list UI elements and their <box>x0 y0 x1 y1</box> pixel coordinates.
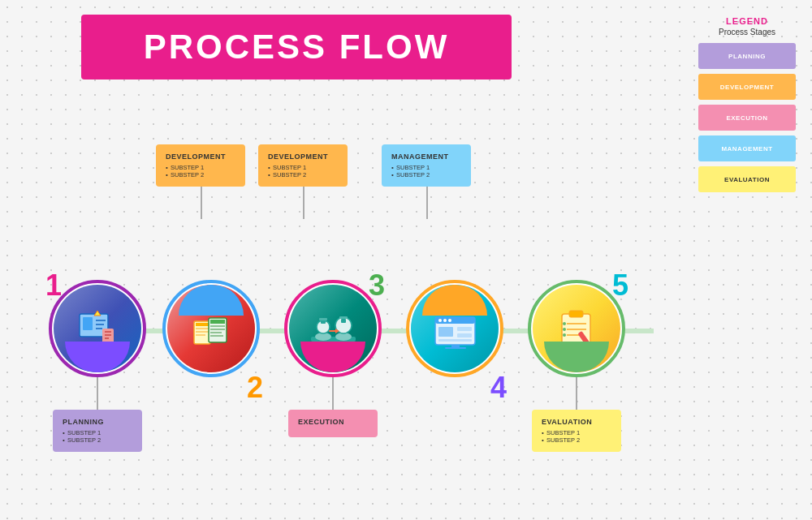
svg-rect-36 <box>438 327 453 337</box>
stage-3-box: EXECUTION <box>288 410 378 437</box>
svg-rect-43 <box>569 311 583 317</box>
stage-1: 1 <box>49 280 146 452</box>
stage-1-substep-1: SUBSTEP 1 <box>67 429 132 436</box>
legend-evaluation: EVALUATION <box>698 166 796 192</box>
stage-4-number: 4 <box>490 371 507 405</box>
stage-2-number: 2 <box>247 371 263 405</box>
stage-5-circle: 5 <box>528 280 625 377</box>
stage-2-circle: 2 <box>162 280 260 377</box>
svg-rect-37 <box>457 327 472 331</box>
svg-point-35 <box>448 319 451 322</box>
stage-3: 3 <box>284 280 382 437</box>
legend-title: LEGEND <box>698 16 796 26</box>
stage-3-substep-2: SUBSTEP 2 <box>273 171 338 178</box>
stage-2-connector <box>201 187 202 219</box>
svg-point-48 <box>563 328 566 331</box>
stage-1-substep-2: SUBSTEP 2 <box>67 436 132 444</box>
legend-development: DEVELOPMENT <box>698 74 796 100</box>
stage-4-substep-1: SUBSTEP 1 <box>396 164 461 171</box>
stage-3-icon <box>289 285 377 372</box>
svg-rect-41 <box>445 347 466 349</box>
svg-marker-5 <box>94 311 101 316</box>
legend-execution: EXECUTION <box>698 105 796 131</box>
stage-3-number: 3 <box>369 269 385 303</box>
stage-5-substep-2: SUBSTEP 2 <box>546 436 611 444</box>
stage-2-substep-2: SUBSTEP 2 <box>171 171 235 178</box>
svg-rect-24 <box>321 320 326 324</box>
stage-1-connector <box>97 377 98 410</box>
svg-point-49 <box>563 333 566 337</box>
stage-3-box-title: EXECUTION <box>298 418 368 426</box>
svg-point-33 <box>438 319 442 322</box>
main-container: PROCESS FLOW 1 <box>0 0 812 520</box>
svg-rect-39 <box>438 339 472 342</box>
stage-2-box: DEVELOPMENT SUBSTEP 1 SUBSTEP 2 <box>156 144 245 187</box>
stage-2-icon <box>167 285 255 372</box>
stage-1-circle: 1 <box>49 280 146 377</box>
stage-3-circle: 3 <box>284 280 382 377</box>
stage-1-number: 1 <box>45 269 62 303</box>
stage-4-box-title: MANAGEMENT <box>391 153 461 161</box>
title-text: PROCESS FLOW <box>144 28 450 67</box>
stage-4: 4 <box>406 280 503 377</box>
stage-5-connector <box>576 377 577 410</box>
stage-4-circle: 4 <box>406 280 503 377</box>
stage-5: 5 <box>528 280 625 452</box>
stage-2-box-title: DEVELOPMENT <box>166 153 235 161</box>
stage-2-box-wrapper: DEVELOPMENT SUBSTEP 1 SUBSTEP 2 <box>156 144 245 219</box>
svg-rect-28 <box>341 319 346 323</box>
stage-5-icon <box>533 285 620 372</box>
stage-4-connector <box>426 187 428 219</box>
svg-rect-38 <box>457 333 472 337</box>
stage-1-box-title: PLANNING <box>63 418 132 426</box>
legend: LEGEND Process Stages PLANNING DEVELOPME… <box>698 16 796 197</box>
stage-2: 2 <box>162 280 260 377</box>
svg-rect-40 <box>451 345 460 347</box>
stage-1-box: PLANNING SUBSTEP 1 SUBSTEP 2 <box>53 410 142 452</box>
svg-rect-16 <box>210 320 225 324</box>
stage-1-icon <box>54 285 141 372</box>
stage-3-dev-box: DEVELOPMENT SUBSTEP 1 SUBSTEP 2 <box>258 144 348 187</box>
stage-3-connector-bottom <box>332 377 334 410</box>
legend-planning: PLANNING <box>698 43 796 69</box>
svg-rect-11 <box>196 323 209 326</box>
svg-rect-25 <box>319 318 327 320</box>
stage-5-substep-1: SUBSTEP 1 <box>546 429 611 436</box>
svg-rect-1 <box>83 317 93 330</box>
legend-subtitle: Process Stages <box>698 28 796 37</box>
stage-3-box-wrapper: DEVELOPMENT SUBSTEP 1 SUBSTEP 2 <box>258 144 348 219</box>
stage-4-box: MANAGEMENT SUBSTEP 1 SUBSTEP 2 <box>382 144 471 187</box>
stage-5-box: EVALUATION SUBSTEP 1 SUBSTEP 2 <box>532 410 621 452</box>
stage-3-connector-top <box>303 187 304 219</box>
stage-4-substep-2: SUBSTEP 2 <box>396 171 461 178</box>
stage-5-number: 5 <box>612 269 628 303</box>
stage-4-icon <box>411 285 499 372</box>
stage-2-substep-1: SUBSTEP 1 <box>171 164 235 171</box>
stage-4-box-wrapper: MANAGEMENT SUBSTEP 1 SUBSTEP 2 <box>382 144 471 219</box>
legend-management: MANAGEMENT <box>698 135 796 161</box>
stage-5-box-title: EVALUATION <box>542 418 611 426</box>
svg-point-47 <box>563 322 566 325</box>
svg-rect-29 <box>339 316 348 319</box>
stage-3-substep-1: SUBSTEP 1 <box>273 164 338 171</box>
title-banner: PROCESS FLOW <box>81 15 512 80</box>
stage-3-dev-box-title: DEVELOPMENT <box>268 153 338 161</box>
svg-point-34 <box>443 319 447 322</box>
